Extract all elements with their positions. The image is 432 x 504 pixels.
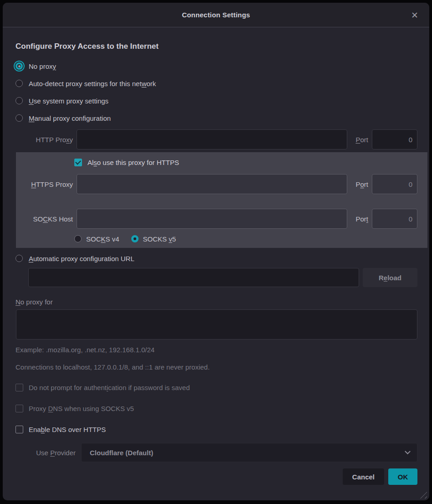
- proxy-mode-group: No proxy Auto-detect proxy settings for …: [13, 57, 417, 127]
- radio-label: Use system proxy settings: [29, 97, 108, 105]
- radio-label: No proxy: [29, 62, 56, 70]
- radio-button-icon[interactable]: [15, 114, 23, 122]
- https-proxy-label: HTTPS Proxy: [16, 180, 73, 188]
- auto-config-url-input[interactable]: [28, 268, 359, 287]
- radio-button-icon[interactable]: [15, 255, 23, 262]
- radio-label: SOCKS v4: [86, 235, 119, 243]
- https-port-label: Port: [351, 180, 368, 188]
- dialog-body: Configure Proxy Access to the Internet N…: [3, 27, 429, 500]
- enable-doh-checkbox-row[interactable]: Enable DNS over HTTPS: [15, 424, 417, 435]
- dialog-titlebar: Connection Settings ✕: [3, 3, 429, 27]
- checkbox-icon[interactable]: [15, 426, 23, 433]
- checkbox-label: Also use this proxy for HTTPS: [87, 159, 179, 166]
- options-checkbox-group: Do not prompt for authentication if pass…: [13, 382, 417, 435]
- close-icon[interactable]: ✕: [408, 3, 421, 27]
- radio-button-icon[interactable]: [15, 80, 23, 87]
- radio-label: SOCKS v5: [143, 235, 176, 243]
- cancel-button[interactable]: Cancel: [343, 468, 384, 485]
- checkbox-icon[interactable]: [74, 159, 82, 166]
- no-proxy-for-label: No proxy for: [15, 298, 417, 306]
- http-proxy-input[interactable]: [77, 129, 347, 149]
- https-proxy-input[interactable]: [77, 174, 347, 194]
- dialog-footer: Cancel OK: [13, 468, 417, 485]
- http-proxy-row: HTTP Proxy Port: [13, 129, 417, 149]
- radio-label: Auto-detect proxy settings for this netw…: [29, 80, 156, 87]
- doh-provider-row: Use Provider Cloudflare (Default): [13, 443, 417, 462]
- share-proxy-checkbox-row[interactable]: Also use this proxy for HTTPS: [74, 157, 417, 168]
- page-title: Configure Proxy Access to the Internet: [15, 42, 417, 51]
- radio-no-proxy[interactable]: No proxy: [15, 57, 417, 75]
- radio-socks-v5[interactable]: SOCKS v5: [131, 233, 176, 244]
- radio-label: Automatic proxy configuration URL: [29, 255, 134, 262]
- no-proxy-note-text: Connections to localhost, 127.0.0.1/8, a…: [15, 363, 417, 371]
- radio-button-icon[interactable]: [74, 235, 82, 242]
- proxy-dns-socks5-checkbox-row[interactable]: Proxy DNS when using SOCKS v5: [15, 403, 417, 414]
- radio-auto-detect[interactable]: Auto-detect proxy settings for this netw…: [15, 75, 417, 92]
- http-proxy-label: HTTP Proxy: [13, 136, 73, 144]
- dialog-title: Connection Settings: [182, 11, 250, 19]
- radio-system-proxy[interactable]: Use system proxy settings: [15, 92, 417, 109]
- http-port-label: Port: [351, 136, 368, 144]
- ok-button[interactable]: OK: [388, 468, 417, 485]
- use-provider-label: Use Provider: [13, 449, 76, 457]
- auto-config-url-row: Reload: [28, 268, 417, 287]
- https-port-input[interactable]: [372, 174, 417, 194]
- socks-version-group: SOCKS v4 SOCKS v5: [74, 233, 417, 244]
- no-proxy-for-textarea[interactable]: [16, 309, 417, 339]
- socks-port-label: Port: [351, 215, 368, 223]
- checkbox-label: Proxy DNS when using SOCKS v5: [29, 405, 134, 412]
- radio-manual-proxy[interactable]: Manual proxy configuration: [15, 109, 417, 127]
- radio-button-icon[interactable]: [15, 97, 23, 104]
- chevron-down-icon: [405, 448, 411, 454]
- connection-settings-dialog: Connection Settings ✕ Configure Proxy Ac…: [3, 3, 429, 500]
- radio-label: Manual proxy configuration: [29, 114, 111, 122]
- provider-select[interactable]: Cloudflare (Default): [81, 443, 417, 462]
- socks-host-input[interactable]: [77, 209, 347, 229]
- provider-selected-value: Cloudflare (Default): [90, 449, 153, 457]
- checkbox-icon[interactable]: [15, 384, 23, 391]
- https-proxy-row: HTTPS Proxy Port: [16, 174, 417, 194]
- checkbox-icon[interactable]: [15, 405, 23, 412]
- no-prompt-auth-checkbox-row[interactable]: Do not prompt for authentication if pass…: [15, 382, 417, 393]
- radio-button-icon[interactable]: [15, 62, 23, 70]
- socks-port-input[interactable]: [372, 209, 417, 229]
- checkbox-label: Enable DNS over HTTPS: [29, 426, 106, 433]
- reload-button[interactable]: Reload: [363, 268, 417, 287]
- window-frame: Connection Settings ✕ Configure Proxy Ac…: [0, 0, 432, 504]
- radio-auto-config-url[interactable]: Automatic proxy configuration URL: [15, 252, 417, 265]
- radio-button-icon[interactable]: [131, 235, 139, 242]
- no-proxy-example-text: Example: .mozilla.org, .net.nz, 192.168.…: [15, 346, 417, 354]
- socks-host-label: SOCKS Host: [16, 215, 73, 223]
- checkbox-label: Do not prompt for authentication if pass…: [29, 384, 190, 391]
- https-socks-panel: Also use this proxy for HTTPS HTTPS Prox…: [16, 152, 427, 248]
- http-port-input[interactable]: [372, 129, 417, 149]
- socks-host-row: SOCKS Host Port: [16, 209, 417, 229]
- radio-socks-v4[interactable]: SOCKS v4: [74, 233, 119, 244]
